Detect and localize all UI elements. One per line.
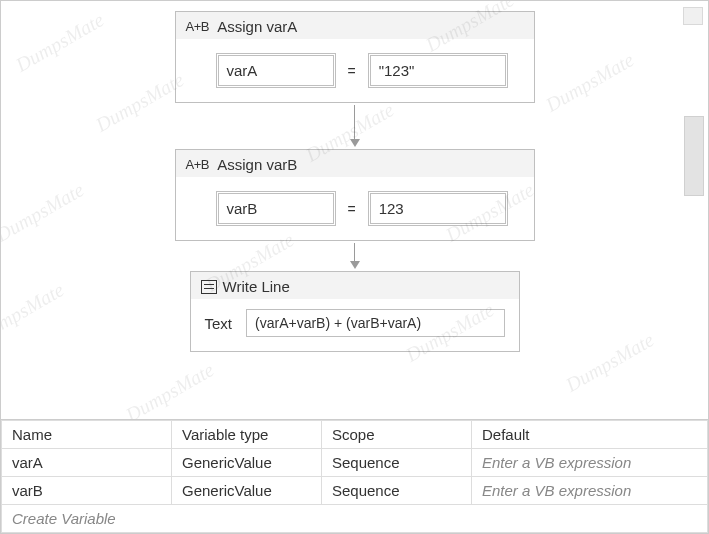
col-scope[interactable]: Scope	[322, 421, 472, 449]
cell-default[interactable]: Enter a VB expression	[472, 449, 708, 477]
col-name[interactable]: Name	[2, 421, 172, 449]
activity-body: varB = 123	[176, 177, 534, 240]
col-type[interactable]: Variable type	[172, 421, 322, 449]
flow-connector	[350, 105, 360, 147]
watermark: DumpsMate	[12, 8, 108, 77]
cell-name[interactable]: varA	[2, 449, 172, 477]
create-variable-row[interactable]: Create Variable	[2, 505, 708, 533]
flow-connector	[350, 243, 360, 269]
watermark: DumpsMate	[1, 178, 88, 247]
cell-type[interactable]: GenericValue	[172, 449, 322, 477]
assign-value-input[interactable]: "123"	[368, 53, 508, 88]
workflow-canvas: A+B Assign varA varA = "123" A+B Assign …	[105, 1, 605, 419]
scroll-up-button[interactable]	[683, 7, 703, 25]
cell-name[interactable]: varB	[2, 477, 172, 505]
assign-to-input[interactable]: varB	[216, 191, 336, 226]
variables-panel: Name Variable type Scope Default varA Ge…	[1, 419, 708, 533]
table-row[interactable]: varA GenericValue Sequence Enter a VB ex…	[2, 449, 708, 477]
assign-icon: A+B	[186, 157, 209, 172]
activity-header: Write Line	[191, 272, 519, 299]
equals-label: =	[346, 201, 358, 217]
assign-activity-vara[interactable]: A+B Assign varA varA = "123"	[175, 11, 535, 103]
text-expression-input[interactable]: (varA+varB) + (varB+varA)	[246, 309, 504, 337]
activity-body: varA = "123"	[176, 39, 534, 102]
vertical-scrollbar[interactable]	[683, 1, 708, 419]
col-default[interactable]: Default	[472, 421, 708, 449]
activity-header: A+B Assign varA	[176, 12, 534, 39]
create-variable-label[interactable]: Create Variable	[2, 505, 708, 533]
table-header-row: Name Variable type Scope Default	[2, 421, 708, 449]
table-row[interactable]: varB GenericValue Sequence Enter a VB ex…	[2, 477, 708, 505]
window: DumpsMate DumpsMate DumpsMate DumpsMate …	[0, 0, 709, 534]
activity-title: Write Line	[223, 278, 290, 295]
workflow-designer[interactable]: DumpsMate DumpsMate DumpsMate DumpsMate …	[1, 1, 708, 419]
activity-title: Assign varB	[217, 156, 297, 173]
assign-icon: A+B	[186, 19, 209, 34]
activity-title: Assign varA	[217, 18, 297, 35]
assign-value-input[interactable]: 123	[368, 191, 508, 226]
cell-scope[interactable]: Sequence	[322, 477, 472, 505]
assign-activity-varb[interactable]: A+B Assign varB varB = 123	[175, 149, 535, 241]
assign-to-input[interactable]: varA	[216, 53, 336, 88]
write-line-icon	[201, 280, 217, 294]
equals-label: =	[346, 63, 358, 79]
activity-header: A+B Assign varB	[176, 150, 534, 177]
watermark: DumpsMate	[1, 278, 68, 347]
cell-type[interactable]: GenericValue	[172, 477, 322, 505]
cell-scope[interactable]: Sequence	[322, 449, 472, 477]
activity-body: Text (varA+varB) + (varB+varA)	[191, 299, 519, 351]
write-line-activity[interactable]: Write Line Text (varA+varB) + (varB+varA…	[190, 271, 520, 352]
scroll-thumb[interactable]	[684, 116, 704, 196]
variables-table: Name Variable type Scope Default varA Ge…	[1, 420, 708, 533]
cell-default[interactable]: Enter a VB expression	[472, 477, 708, 505]
text-label: Text	[205, 315, 237, 332]
